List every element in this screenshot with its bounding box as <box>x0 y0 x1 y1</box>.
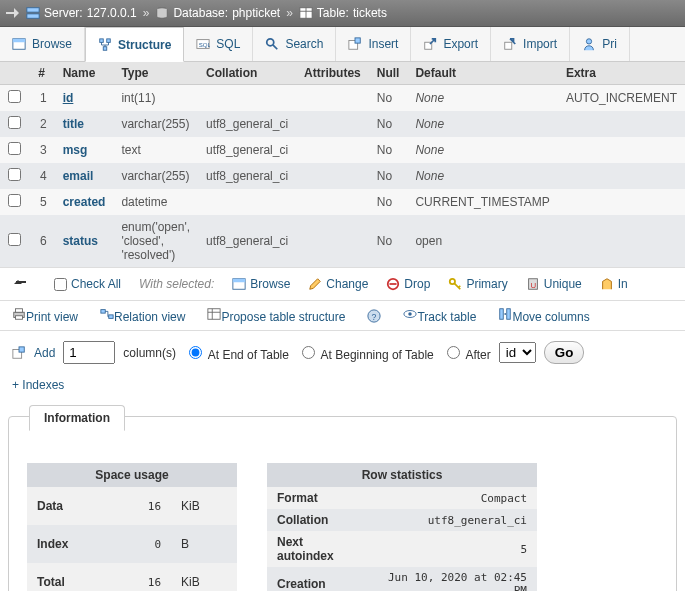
svg-rect-32 <box>208 309 220 320</box>
database-icon <box>155 6 169 20</box>
batch-browse[interactable]: Browse <box>232 277 290 291</box>
col-collation: utf8_general_ci <box>198 215 296 267</box>
batch-index[interactable]: In <box>600 277 628 291</box>
after-column-select[interactable]: id <box>499 342 536 363</box>
row-checkbox[interactable] <box>8 194 21 207</box>
col-default: None <box>407 137 557 163</box>
col-extra: AUTO_INCREMENT <box>558 85 685 112</box>
col-attributes <box>296 85 369 112</box>
table-row: 4 email varchar(255) utf8_general_ci No … <box>0 163 685 189</box>
col-default: None <box>407 111 557 137</box>
col-name[interactable]: title <box>55 111 114 137</box>
key-icon <box>448 277 462 291</box>
move-columns[interactable]: Move columns <box>498 307 589 324</box>
col-collation: utf8_general_ci <box>198 163 296 189</box>
col-header-null: Null <box>369 62 408 85</box>
server-label: Server: <box>44 6 83 20</box>
col-header-collation: Collation <box>198 62 296 85</box>
browse-icon <box>232 277 246 291</box>
col-default: CURRENT_TIMESTAMP <box>407 189 557 215</box>
row-num: 3 <box>30 137 54 163</box>
row-statistics-table: Row statistics FormatCompactCollationutf… <box>267 463 537 591</box>
col-attributes <box>296 111 369 137</box>
row-checkbox[interactable] <box>8 116 21 129</box>
table-row: 2 title varchar(255) utf8_general_ci No … <box>0 111 685 137</box>
col-attributes <box>296 189 369 215</box>
batch-drop[interactable]: Drop <box>386 277 430 291</box>
propose-structure[interactable]: Propose table structure <box>207 307 345 324</box>
tab-insert[interactable]: Insert <box>336 27 411 61</box>
col-type: datetime <box>113 189 198 215</box>
tab-browse[interactable]: Browse <box>0 27 85 61</box>
server-link[interactable]: 127.0.0.1 <box>87 6 137 20</box>
col-extra <box>558 215 685 267</box>
breadcrumb: Server: 127.0.0.1 » Database: phpticket … <box>0 0 685 27</box>
move-icon <box>498 307 512 321</box>
col-name[interactable]: email <box>55 163 114 189</box>
col-extra <box>558 189 685 215</box>
tab-search[interactable]: Search <box>253 27 336 61</box>
svg-rect-39 <box>500 309 504 320</box>
help-icon[interactable]: ? <box>367 309 381 323</box>
table-link[interactable]: tickets <box>353 6 387 20</box>
row-num: 5 <box>30 189 54 215</box>
col-null: No <box>369 137 408 163</box>
col-extra <box>558 163 685 189</box>
add-at-begin[interactable]: At Beginning of Table <box>297 343 434 362</box>
add-count-input[interactable] <box>63 341 115 364</box>
svg-rect-30 <box>101 310 105 314</box>
tab-import[interactable]: Import <box>491 27 570 61</box>
row-checkbox[interactable] <box>8 168 21 181</box>
row-checkbox[interactable] <box>8 142 21 155</box>
batch-primary[interactable]: Primary <box>448 277 507 291</box>
col-header-name: Name <box>55 62 114 85</box>
tab-structure[interactable]: Structure <box>85 27 184 62</box>
col-name[interactable]: created <box>55 189 114 215</box>
svg-text:?: ? <box>372 311 377 321</box>
col-collation <box>198 85 296 112</box>
row-num: 1 <box>30 85 54 112</box>
add-at-end[interactable]: At End of Table <box>184 343 289 362</box>
propose-icon <box>207 307 221 321</box>
track-table[interactable]: Track table <box>403 307 476 324</box>
insert-icon <box>348 37 362 51</box>
indexes-toggle[interactable]: + Indexes <box>0 374 685 396</box>
row-checkbox[interactable] <box>8 90 21 103</box>
col-default: None <box>407 85 557 112</box>
relation-view[interactable]: Relation view <box>100 307 185 324</box>
row-stats-title: Row statistics <box>267 463 537 487</box>
add-after[interactable]: After <box>442 343 491 362</box>
add-link[interactable]: Add <box>34 346 55 360</box>
table-row: 3 msg text utf8_general_ci No None <box>0 137 685 163</box>
col-type: text <box>113 137 198 163</box>
go-button[interactable]: Go <box>544 341 585 364</box>
col-null: No <box>369 111 408 137</box>
col-name[interactable]: id <box>55 85 114 112</box>
check-all[interactable]: Check All <box>54 277 121 291</box>
svg-text:U: U <box>530 281 536 290</box>
col-default: open <box>407 215 557 267</box>
col-header-num: # <box>30 62 54 85</box>
eye-icon <box>403 307 417 321</box>
tab-export[interactable]: Export <box>411 27 491 61</box>
tab-sql[interactable]: SQLSQL <box>184 27 253 61</box>
col-name[interactable]: msg <box>55 137 114 163</box>
add-columns-row: Add column(s) At End of Table At Beginni… <box>0 331 685 374</box>
batch-change[interactable]: Change <box>308 277 368 291</box>
svg-text:SQL: SQL <box>199 41 210 48</box>
pencil-icon <box>308 277 322 291</box>
col-attributes <box>296 137 369 163</box>
col-name[interactable]: status <box>55 215 114 267</box>
information-tab: Information <box>29 405 125 431</box>
tab-privileges[interactable]: Pri <box>570 27 630 61</box>
print-view[interactable]: Print view <box>12 307 78 324</box>
svg-rect-29 <box>16 316 23 320</box>
row-checkbox[interactable] <box>8 233 21 246</box>
space-usage-title: Space usage <box>27 463 237 487</box>
svg-rect-31 <box>109 315 113 319</box>
batch-unique[interactable]: UUnique <box>526 277 582 291</box>
import-icon <box>503 37 517 51</box>
svg-point-13 <box>267 39 274 46</box>
db-link[interactable]: phpticket <box>232 6 280 20</box>
check-all-checkbox[interactable] <box>54 278 67 291</box>
